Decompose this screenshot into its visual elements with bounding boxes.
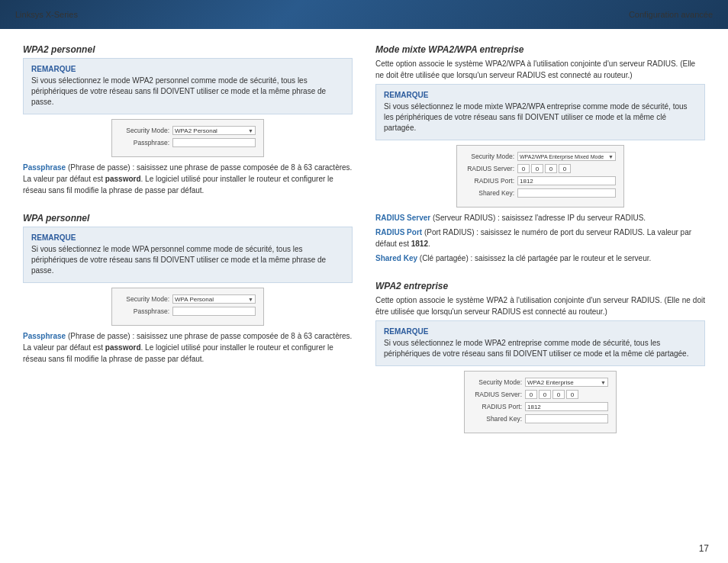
wpa2-ent-radius-server-label: RADIUS Server: (472, 391, 522, 398)
wpa-personnel-remark-text: Si vous sélectionnez le mode WPA personn… (31, 244, 344, 276)
wpa-personnel-title: WPA personnel (23, 213, 353, 224)
wpa2-mixed-radius-server-row: RADIUS Server: 0 0 0 0 (465, 164, 616, 173)
wpa2-mixed-radius-server-desc: RADIUS Server (Serveur RADIUS) : saisiss… (375, 212, 705, 224)
wpa2-ent-mode-label: Security Mode: (472, 378, 522, 386)
page-number: 17 (699, 543, 709, 554)
wpa2-mixed-shared-key-desc: Shared Key (Clé partagée) : saisissez la… (375, 253, 705, 264)
wpa-personal-mode-label: Security Mode: (120, 295, 169, 303)
wpa2-mixed-remark: REMARQUE Si vous sélectionnez le mode mi… (375, 84, 705, 140)
radius-server-label: RADIUS Server (375, 214, 430, 222)
main-content: WPA2 personnel REMARQUE Si vous sélectio… (0, 29, 728, 563)
wpa2-ent-radius-port-input[interactable]: 1812 (525, 402, 608, 411)
wpa-personnel-remark-title: REMARQUE (31, 233, 344, 242)
wpa2-enterprise-remark: REMARQUE Si vous sélectionnez le mode WP… (375, 320, 705, 366)
wpa2-mixed-radius-port-input[interactable]: 1812 (517, 176, 616, 185)
wpa2-personal-passphrase-row: Passphrase: (120, 138, 256, 147)
wpa-personal-mode-dropdown[interactable]: WPA Personal ▼ (172, 294, 256, 304)
left-column: WPA2 personnel REMARQUE Si vous sélectio… (23, 44, 353, 548)
wpa2-mixed-shared-key-row: Shared Key: (465, 188, 616, 198)
wpa-dropdown-arrow: ▼ (248, 297, 253, 302)
wpa2-mixed-radius-ip: 0 0 0 0 (517, 164, 571, 173)
wpa2-mixed-mockup: Security Mode: WPA2/WPA Enterprise Mixed… (456, 145, 624, 208)
wpa-personal-passphrase-row: Passphrase: (120, 307, 256, 316)
wpa2-mixed-remark-text: Si vous sélectionnez le mode mixte WPA2/… (384, 101, 697, 134)
wpa2-personnel-remark: REMARQUE Si vous sélectionnez le mode WP… (23, 58, 353, 114)
wpa-personal-mode-row: Security Mode: WPA Personal ▼ (120, 294, 256, 304)
header: Linksys X-Series Configuration avancée (0, 0, 728, 29)
wpa2-ent-mode-row: Security Mode: WPA2 Enterprise ▼ (472, 378, 608, 387)
wpa2-mixed-radius-server-label: RADIUS Server: (465, 165, 514, 172)
wpa2-personal-mockup: Security Mode: WPA2 Personal ▼ Passphras… (111, 119, 264, 157)
wpa2-personal-passphrase-input[interactable] (172, 138, 256, 147)
wpa2-personal-passphrase-label: Passphrase: (120, 139, 169, 146)
wpa2-mixed-radius-port-desc: RADIUS Port (Port RADIUS) : saisissez le… (375, 227, 705, 249)
wpa2-mixed-shared-key-label: Shared Key: (465, 189, 514, 197)
wpa2-mixed-remark-title: REMARQUE (384, 91, 697, 99)
wpa2-ent-arrow: ▼ (601, 380, 606, 385)
wpa2-ent-shared-key-input[interactable] (525, 414, 608, 423)
wpa2-mixed-arrow: ▼ (608, 154, 614, 159)
wpa2-enterprise-intro: Cette option associe le système WPA2 à l… (375, 294, 705, 317)
radius-port-label: RADIUS Port (375, 228, 422, 236)
wpa2-mixed-section: Mode mixte WPA2/WPA entreprise Cette opt… (375, 44, 705, 267)
wpa2-enterprise-mockup: Security Mode: WPA2 Enterprise ▼ RADIUS … (464, 371, 617, 433)
passphrase-label1: Passphrase (23, 163, 66, 172)
wpa2-personal-body: Passphrase (Phrase de passe) : saisissez… (23, 162, 353, 196)
wpa-personal-passphrase-label: Passphrase: (120, 307, 169, 315)
wpa2-ent-mode-dropdown[interactable]: WPA2 Enterprise ▼ (525, 378, 608, 387)
wpa2-personal-mode-label: Security Mode: (120, 127, 169, 134)
right-column: Mode mixte WPA2/WPA entreprise Cette opt… (375, 44, 705, 548)
wpa2-mixed-mode-label: Security Mode: (465, 153, 514, 160)
wpa2-enterprise-section: WPA2 entreprise Cette option associe le … (375, 281, 705, 438)
wpa-personal-body: Passphrase (Phrase de passe) : saisissez… (23, 330, 353, 365)
wpa2-mixed-title: Mode mixte WPA2/WPA entreprise (375, 44, 705, 55)
passphrase-label2: Passphrase (23, 332, 66, 340)
wpa2-personnel-remark-title: REMARQUE (31, 65, 344, 73)
wpa-personnel-section: WPA personnel REMARQUE Si vous sélection… (23, 213, 353, 368)
wpa2-personal-mode-dropdown[interactable]: WPA2 Personal ▼ (172, 126, 256, 135)
shared-key-label: Shared Key (375, 254, 417, 262)
header-right: Configuration avancée (629, 10, 713, 19)
wpa2-ent-radius-ip: 0 0 0 0 (525, 390, 578, 399)
wpa2-personnel-title: WPA2 personnel (23, 44, 353, 55)
dropdown-arrow: ▼ (248, 128, 253, 134)
wpa2-personnel-section: WPA2 personnel REMARQUE Si vous sélectio… (23, 44, 353, 199)
wpa2-mixed-intro: Cette option associe le système WPA2/WPA… (375, 58, 705, 81)
wpa2-enterprise-remark-title: REMARQUE (384, 327, 697, 336)
wpa2-mixed-mode-row: Security Mode: WPA2/WPA Enterprise Mixed… (465, 152, 616, 161)
wpa2-personal-mode-row: Security Mode: WPA2 Personal ▼ (120, 126, 256, 135)
wpa2-ent-radius-port-label: RADIUS Port: (472, 403, 522, 410)
wpa-personnel-remark: REMARQUE Si vous sélectionnez le mode WP… (23, 227, 353, 283)
header-left: Linksys X-Series (15, 10, 78, 19)
wpa2-ent-shared-key-row: Shared Key: (472, 414, 608, 423)
wpa-personal-passphrase-input[interactable] (172, 307, 256, 316)
wpa2-mixed-shared-key-input[interactable] (517, 188, 616, 198)
wpa2-mixed-radius-port-label: RADIUS Port: (465, 177, 514, 185)
wpa2-ent-radius-server-row: RADIUS Server: 0 0 0 0 (472, 390, 608, 399)
wpa2-mixed-mode-dropdown[interactable]: WPA2/WPA Enterprise Mixed Mode ▼ (517, 152, 616, 161)
wpa-personal-mockup: Security Mode: WPA Personal ▼ Passphrase… (111, 288, 264, 326)
wpa2-enterprise-title: WPA2 entreprise (375, 281, 705, 291)
wpa2-mixed-radius-port-row: RADIUS Port: 1812 (465, 176, 616, 185)
wpa2-ent-radius-port-row: RADIUS Port: 1812 (472, 402, 608, 411)
wpa2-ent-shared-key-label: Shared Key: (472, 415, 522, 423)
wpa2-enterprise-remark-text: Si vous sélectionnez le mode WPA2 entrep… (384, 338, 697, 359)
wpa2-personnel-remark-text: Si vous sélectionnez le mode WPA2 person… (31, 76, 344, 108)
